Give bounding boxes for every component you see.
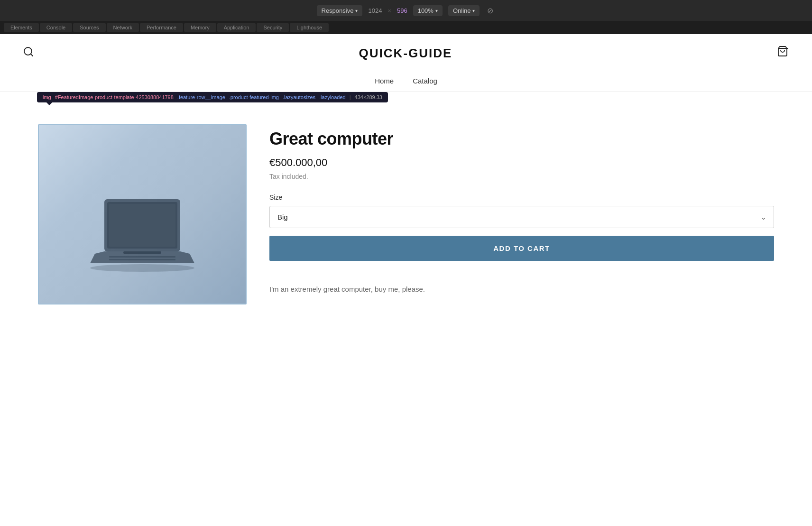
site-content: QUICK-GUIDE Home Catalog img#FeaturedIma… [0, 34, 812, 526]
inspector-selector: img [43, 94, 51, 100]
zoom-dropdown[interactable]: 100% ▾ [413, 5, 443, 16]
product-section: img#FeaturedImage-product-template-42530… [0, 92, 812, 323]
inspector-class4: .lazyloaded [319, 94, 346, 100]
product-title: Great computer [269, 129, 774, 149]
product-layout: Great computer €500.000,00 Tax included.… [38, 124, 774, 305]
devtools-tab-performance[interactable]: Performance [140, 23, 183, 32]
site-header: QUICK-GUIDE Home Catalog [0, 34, 812, 92]
devtools-tab-sources[interactable]: Sources [73, 23, 105, 32]
size-select[interactable]: Big Medium Small [269, 206, 774, 228]
devtools-tab-application[interactable]: Application [217, 23, 256, 32]
inspector-class2: .product-featured-img [229, 94, 279, 100]
devtools-tab-console[interactable]: Console [40, 23, 72, 32]
site-nav: Home Catalog [23, 70, 789, 92]
svg-rect-8 [109, 259, 175, 260]
size-select-wrapper: Big Medium Small ⌄ [269, 206, 774, 228]
devtools-tab-memory[interactable]: Memory [184, 23, 216, 32]
inspector-tooltip: img#FeaturedImage-product-template-42530… [37, 92, 388, 102]
online-dropdown[interactable]: Online ▾ [448, 5, 480, 16]
inspector-class1: .feature-row__image [177, 94, 225, 100]
site-logo: QUICK-GUIDE [359, 46, 452, 61]
nav-catalog[interactable]: Catalog [413, 77, 437, 85]
devtools-tab-network[interactable]: Network [107, 23, 139, 32]
product-price: €500.000,00 [269, 157, 774, 169]
svg-rect-5 [109, 204, 175, 247]
product-details-column: Great computer €500.000,00 Tax included.… [269, 124, 774, 305]
responsive-dropdown[interactable]: Responsive ▾ [317, 5, 363, 16]
cart-icon [777, 46, 789, 58]
browser-toolbar: Responsive ▾ 1024 × 596 100% ▾ Online ▾ … [0, 0, 812, 21]
search-icon [23, 46, 34, 57]
inspector-class3: .lazyautosizes [283, 94, 315, 100]
header-top-row: QUICK-GUIDE [23, 46, 789, 70]
devtools-tab-security[interactable]: Security [257, 23, 289, 32]
product-description: I'm an extremely great computer, buy me,… [269, 284, 774, 295]
product-image-column [38, 124, 247, 305]
laptop-svg [81, 194, 204, 289]
svg-rect-7 [109, 256, 175, 258]
responsive-caret: ▾ [355, 8, 358, 13]
inspector-dimensions: 434×289.33 [355, 94, 382, 100]
online-caret: ▾ [472, 8, 475, 13]
product-tax-note: Tax included. [269, 173, 774, 180]
inspector-id: #FeaturedImage-product-template-42530888… [55, 94, 174, 100]
settings-icon-button[interactable]: ⊘ [485, 4, 495, 17]
cart-button[interactable] [777, 46, 789, 61]
viewport-separator: × [388, 7, 391, 14]
viewport-height: 596 [397, 7, 407, 14]
zoom-caret: ▾ [435, 8, 438, 13]
svg-point-9 [90, 264, 194, 272]
add-to-cart-button[interactable]: ADD TO CART [269, 236, 774, 261]
nav-home[interactable]: Home [375, 77, 394, 85]
search-button[interactable] [23, 46, 34, 60]
product-image [38, 124, 247, 305]
svg-line-1 [31, 54, 33, 56]
devtools-tab-lighthouse[interactable]: Lighthouse [290, 23, 329, 32]
devtools-strip: Elements Console Sources Network Perform… [0, 21, 812, 34]
devtools-tab-elements[interactable]: Elements [4, 23, 39, 32]
size-label: Size [269, 194, 774, 201]
svg-rect-6 [123, 251, 161, 254]
viewport-width: 1024 [368, 7, 382, 14]
